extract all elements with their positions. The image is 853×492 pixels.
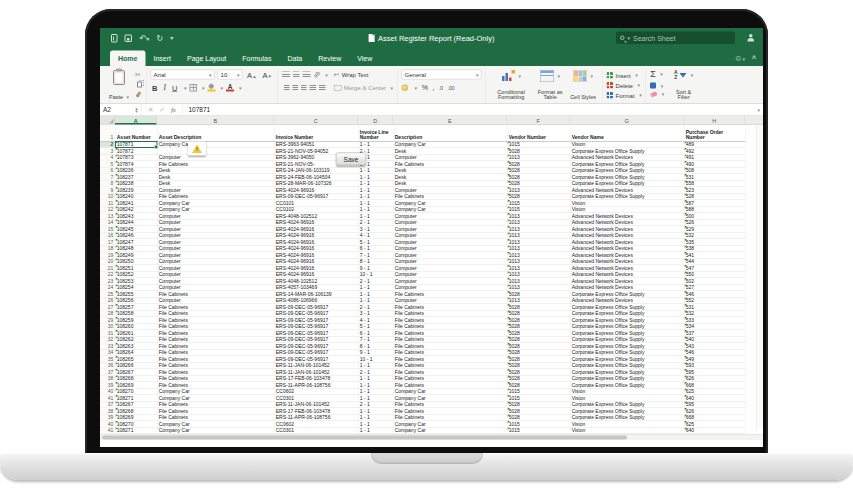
search-scope-caret-icon[interactable]: ▾ [628, 35, 631, 41]
new-document-icon[interactable] [111, 34, 118, 43]
font-size-select[interactable]: 10▾ [218, 70, 243, 80]
insert-function-icon[interactable]: fx [171, 106, 176, 114]
redo-icon[interactable]: ↻ [156, 33, 163, 44]
clear-button[interactable]: ▾ [650, 92, 664, 98]
fill-color-caret-icon[interactable]: ▾ [220, 85, 223, 91]
column-header-D[interactable]: D [358, 116, 393, 125]
format-as-table-button[interactable]: ▾ Format as Table [532, 69, 568, 101]
header-cell-G1[interactable]: Vendor Name [570, 125, 684, 141]
column-header-G[interactable]: G [570, 116, 684, 125]
fill-color-button[interactable] [207, 84, 215, 92]
header-cell-C1[interactable]: Invoice Number [274, 125, 358, 141]
select-all-corner[interactable] [100, 116, 115, 125]
save-icon[interactable] [125, 34, 133, 42]
undo-icon[interactable]: ↶▾ [139, 33, 149, 44]
accounting-caret-icon[interactable]: ▾ [415, 85, 418, 91]
tab-home[interactable]: Home [110, 51, 145, 67]
cell-H41[interactable]: 640 [684, 427, 745, 434]
insert-cells-button[interactable]: Insert▾ [607, 72, 638, 79]
number-format-select[interactable]: General▾ [402, 70, 482, 80]
cell-B41[interactable]: Company Car [157, 427, 274, 434]
italic-button[interactable]: I [162, 83, 168, 92]
column-header-A[interactable]: A [115, 116, 157, 125]
name-box-stepper-icon[interactable]: ▲▼ [135, 107, 139, 113]
header-cell-D1[interactable]: Invoice Line Number [358, 125, 393, 141]
row-header-1[interactable]: 1 [100, 125, 115, 141]
decrease-indent-icon[interactable] [310, 85, 317, 91]
align-bottom-icon[interactable] [303, 72, 311, 78]
cell-F41[interactable]: 1015 [507, 427, 570, 434]
cancel-entry-icon[interactable]: ✕ [148, 106, 153, 114]
format-cells-button[interactable]: Format▾ [607, 92, 642, 99]
decrease-decimal-button[interactable]: .00 [447, 85, 454, 91]
accounting-format-icon[interactable] [402, 84, 409, 91]
collapse-ribbon-icon[interactable]: ^ [752, 55, 756, 63]
header-cell-F1[interactable]: Vendor Number [507, 125, 570, 141]
column-header-E[interactable]: E [393, 116, 507, 125]
orientation-caret-icon[interactable]: ▾ [325, 72, 328, 78]
borders-icon[interactable] [189, 84, 197, 92]
column-header-F[interactable]: F [507, 116, 570, 125]
tab-formulas[interactable]: Formulas [234, 51, 279, 67]
conditional-formatting-button[interactable]: ▾ Conditional Formatting [490, 69, 532, 101]
align-right-icon[interactable] [301, 85, 307, 91]
font-name-select[interactable]: Arial▾ [151, 70, 215, 80]
feedback-smiley-icon[interactable]: ☺▾ [734, 54, 745, 63]
fill-button[interactable]: ▾ [650, 83, 664, 89]
percent-style-button[interactable]: % [422, 84, 428, 92]
bold-button[interactable]: B [151, 83, 159, 92]
tab-page-layout[interactable]: Page Layout [179, 51, 234, 67]
name-box[interactable]: A2 ▲▼ [100, 104, 142, 116]
tab-data[interactable]: Data [279, 51, 310, 67]
horizontal-scrollbar[interactable] [100, 434, 763, 440]
autosum-button[interactable]: Σ▾ [650, 69, 664, 80]
column-header-H[interactable]: H [684, 116, 745, 125]
column-header-B[interactable]: B [157, 116, 274, 125]
toolbar-options-caret-icon[interactable]: ▾ [170, 35, 173, 42]
header-cell-H1[interactable]: Purchase Order Number [684, 125, 745, 141]
horizontal-scrollbar-thumb[interactable] [102, 435, 627, 439]
formula-bar-value[interactable]: 107871 [182, 106, 210, 114]
cell-G41[interactable]: Vision [570, 427, 684, 434]
column-header-C[interactable]: C [274, 116, 358, 125]
confirm-entry-icon[interactable]: ✓ [159, 106, 164, 114]
delete-cells-button[interactable]: Delete▾ [607, 82, 640, 89]
align-middle-icon[interactable] [293, 72, 300, 78]
share-people-icon[interactable] [747, 34, 755, 41]
cell-A41[interactable]: 108271 [115, 427, 157, 434]
cut-button[interactable]: ✂ [135, 71, 142, 79]
header-cell-A1[interactable]: Asset Number [115, 125, 157, 141]
borders-caret-icon[interactable]: ▾ [202, 85, 205, 91]
grow-font-button[interactable]: A▲ [246, 70, 258, 79]
save-button[interactable]: Save [336, 153, 366, 166]
comma-style-button[interactable]: , [432, 84, 434, 92]
tab-review[interactable]: Review [310, 51, 349, 67]
shrink-font-button[interactable]: A▼ [261, 70, 273, 79]
cell-D41[interactable]: 1 - 1 [358, 427, 393, 434]
underline-caret-icon[interactable]: ▾ [184, 85, 187, 91]
merge-center-button[interactable]: Merge & Center ▾ [334, 82, 393, 93]
tab-insert[interactable]: Insert [145, 51, 179, 67]
row-header-41[interactable]: 41 [100, 427, 115, 434]
format-painter-button[interactable] [135, 91, 142, 99]
vertical-scrollbar[interactable] [756, 125, 763, 429]
wrap-text-button[interactable]: ↩ Wrap Text [334, 69, 369, 80]
paste-button[interactable]: Paste ▾ [107, 69, 131, 101]
cell-styles-button[interactable]: ▾ Cell Styles [568, 69, 598, 101]
align-left-icon[interactable] [284, 85, 290, 91]
font-color-caret-icon[interactable]: ▾ [239, 85, 242, 91]
underline-button[interactable]: U [171, 83, 179, 92]
copy-button[interactable] [135, 81, 142, 89]
cell-E41[interactable]: Company Car [393, 427, 507, 434]
sort-filter-button[interactable]: AZ ▾ Sort & Filter [669, 69, 698, 101]
increase-indent-icon[interactable] [319, 85, 326, 91]
search-sheet-input[interactable]: ▾ Search Sheet [616, 32, 735, 45]
align-center-icon[interactable] [293, 85, 299, 91]
cell-C41[interactable]: CC0301 [274, 427, 358, 434]
header-cell-E1[interactable]: Description [393, 125, 507, 141]
formula-bar-expand-icon[interactable]: ▾ [757, 107, 760, 113]
orientation-icon[interactable]: ab [312, 70, 322, 80]
increase-decimal-button[interactable]: .0 [439, 85, 443, 91]
font-color-button[interactable]: A [226, 84, 234, 92]
align-top-icon[interactable] [282, 72, 290, 78]
